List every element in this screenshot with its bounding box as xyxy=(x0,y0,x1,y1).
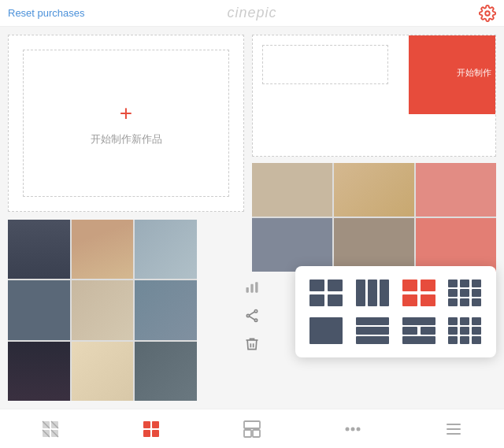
svg-rect-31 xyxy=(356,327,389,335)
reset-purchases-button[interactable]: Reset purchases xyxy=(8,7,85,19)
svg-point-5 xyxy=(246,314,249,317)
svg-rect-58 xyxy=(244,421,260,428)
toolbar-filter-button[interactable] xyxy=(34,416,67,442)
photo-cell-2 xyxy=(72,220,134,279)
main-area: + 开始制作新作品 xyxy=(0,27,504,409)
svg-point-6 xyxy=(254,319,257,321)
svg-rect-14 xyxy=(368,280,377,306)
settings-gear-icon[interactable] xyxy=(479,5,496,22)
svg-line-8 xyxy=(250,317,255,320)
svg-rect-35 xyxy=(421,327,435,335)
svg-rect-16 xyxy=(402,280,417,291)
svg-rect-23 xyxy=(448,289,458,297)
filter-icon xyxy=(40,419,61,439)
svg-rect-55 xyxy=(152,421,159,428)
svg-rect-33 xyxy=(402,317,435,325)
svg-rect-39 xyxy=(472,317,481,325)
svg-rect-12 xyxy=(328,294,343,306)
trash-icon[interactable] xyxy=(243,335,261,354)
collage-cell-4 xyxy=(252,218,332,272)
svg-rect-3 xyxy=(255,282,258,292)
svg-rect-18 xyxy=(402,294,417,306)
layout-2x2[interactable] xyxy=(306,277,346,309)
svg-rect-29 xyxy=(309,317,343,344)
project-card[interactable] xyxy=(8,220,197,401)
layout-picker xyxy=(295,266,496,357)
svg-rect-40 xyxy=(448,327,458,335)
top-right-card[interactable]: 开始制作 xyxy=(252,35,496,157)
svg-rect-34 xyxy=(402,327,417,335)
svg-rect-27 xyxy=(460,298,469,306)
svg-rect-38 xyxy=(460,317,469,325)
svg-rect-56 xyxy=(143,430,150,437)
svg-rect-44 xyxy=(460,336,469,344)
collage-cell-3 xyxy=(416,163,496,217)
svg-rect-2 xyxy=(250,284,253,293)
layout-3rows[interactable] xyxy=(353,315,392,346)
svg-rect-13 xyxy=(356,280,365,306)
dashed-inner xyxy=(262,45,388,84)
share-icon[interactable] xyxy=(243,306,261,325)
layout-1wide[interactable] xyxy=(306,315,346,346)
svg-rect-66 xyxy=(447,433,461,435)
svg-rect-1 xyxy=(246,287,249,293)
svg-rect-32 xyxy=(356,336,389,344)
svg-rect-26 xyxy=(448,298,458,306)
svg-rect-9 xyxy=(309,280,324,291)
svg-rect-41 xyxy=(460,327,469,335)
svg-rect-21 xyxy=(460,280,469,287)
bar-chart-icon[interactable] xyxy=(243,278,261,297)
svg-rect-19 xyxy=(421,294,435,306)
svg-rect-64 xyxy=(447,424,461,425)
svg-rect-65 xyxy=(447,428,461,430)
collage-cell-2 xyxy=(334,163,414,217)
bottom-right-area: 移除 xyxy=(252,163,496,401)
svg-rect-36 xyxy=(402,336,435,344)
photo-cell-1 xyxy=(8,220,70,279)
svg-rect-22 xyxy=(472,280,481,287)
layout-3x3-alt[interactable] xyxy=(445,315,484,346)
toolbar-layout-button[interactable] xyxy=(235,416,269,442)
svg-point-0 xyxy=(485,11,490,16)
new-project-card[interactable]: + 开始制作新作品 xyxy=(8,35,244,212)
svg-rect-60 xyxy=(253,430,260,437)
layout-4red[interactable] xyxy=(399,277,439,309)
photo-cell-8 xyxy=(72,342,134,401)
grid-icon xyxy=(141,419,161,439)
side-icons xyxy=(243,54,261,369)
svg-rect-54 xyxy=(143,421,150,428)
photo-cell-4 xyxy=(8,280,70,339)
svg-point-62 xyxy=(351,427,355,431)
svg-rect-57 xyxy=(152,430,159,437)
svg-rect-37 xyxy=(448,317,458,325)
svg-rect-45 xyxy=(472,336,481,344)
layout-3x3[interactable] xyxy=(445,277,484,309)
layout-mixed-rows[interactable] xyxy=(399,315,439,346)
svg-rect-17 xyxy=(421,280,435,291)
svg-rect-24 xyxy=(460,289,469,297)
new-project-label: 开始制作新作品 xyxy=(91,132,162,146)
svg-rect-25 xyxy=(472,289,481,297)
svg-rect-10 xyxy=(328,280,343,291)
layout-icon xyxy=(242,419,262,439)
collage-cell-6 xyxy=(416,218,496,272)
right-panel: 开始制作 移除 xyxy=(252,27,504,409)
bottom-toolbar xyxy=(0,409,504,448)
app-logo: cinepic xyxy=(227,5,276,21)
svg-rect-59 xyxy=(244,430,251,437)
photo-cell-3 xyxy=(135,220,197,279)
svg-point-61 xyxy=(346,427,350,431)
layout-3col[interactable] xyxy=(353,277,392,309)
svg-rect-43 xyxy=(448,336,458,344)
toolbar-more-button[interactable] xyxy=(437,416,470,442)
svg-rect-42 xyxy=(472,327,481,335)
left-panel: + 开始制作新作品 xyxy=(0,27,252,409)
header: Reset purchases cinepic xyxy=(0,0,504,27)
svg-line-7 xyxy=(250,312,255,315)
share-toolbar-icon xyxy=(343,419,363,439)
toolbar-share-button[interactable] xyxy=(336,416,369,442)
photo-cell-7 xyxy=(8,342,70,401)
toolbar-grid-button[interactable] xyxy=(135,416,168,442)
svg-rect-30 xyxy=(356,317,389,325)
red-block: 开始制作 xyxy=(409,35,495,114)
